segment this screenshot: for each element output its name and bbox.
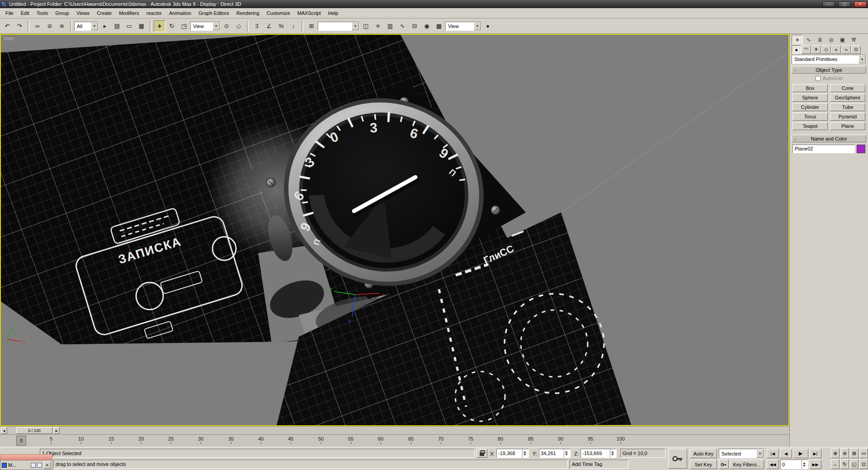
- snaps-toggle-icon[interactable]: 3: [251, 20, 263, 32]
- set-key-button[interactable]: Set Key: [690, 460, 717, 469]
- select-by-name-icon[interactable]: ▤: [111, 20, 123, 32]
- menu-file[interactable]: File: [2, 9, 17, 17]
- category-shapes-icon[interactable]: ◠: [802, 45, 811, 54]
- set-key-toggle-button[interactable]: [668, 449, 687, 469]
- tab-create-icon[interactable]: ∗: [792, 35, 803, 44]
- quick-render-icon[interactable]: ●: [482, 20, 494, 32]
- viewport-user[interactable]: User: [0, 34, 789, 426]
- category-spacewarps-icon[interactable]: ≈: [841, 45, 851, 54]
- pan-icon[interactable]: ↔: [831, 459, 840, 469]
- z-coord-field[interactable]: -153,669: [580, 449, 617, 458]
- minimize-button[interactable]: —: [822, 1, 835, 7]
- close-button[interactable]: ×: [854, 1, 867, 7]
- sphere-button[interactable]: Sphere: [793, 94, 828, 102]
- key-filters-icon-button[interactable]: [719, 460, 729, 469]
- time-slider-right-arrow[interactable]: ▸: [53, 427, 60, 434]
- zoom-all-icon[interactable]: ⊚: [840, 448, 849, 458]
- bind-to-space-warp-icon[interactable]: ≋: [56, 20, 68, 32]
- add-time-tag-field[interactable]: Add Time Tag: [570, 460, 628, 469]
- named-selection-combo[interactable]: ▾: [318, 22, 359, 31]
- select-object-icon[interactable]: ▸: [99, 20, 111, 32]
- category-cameras-icon[interactable]: ◇: [821, 45, 831, 54]
- current-frame-field[interactable]: 0: [780, 460, 808, 469]
- spinner-icon[interactable]: [522, 449, 527, 457]
- selection-filter-dropdown[interactable]: All ▾: [74, 22, 99, 31]
- menu-animation[interactable]: Animation: [165, 9, 195, 17]
- rectangular-selection-icon[interactable]: ▭: [123, 20, 135, 32]
- torus-button[interactable]: Torus: [793, 113, 828, 121]
- undo-icon[interactable]: ↶: [1, 20, 13, 32]
- frame-forward-button[interactable]: ▶▶: [809, 460, 821, 469]
- spinner-icon[interactable]: [610, 449, 615, 457]
- menu-graph-editors[interactable]: Graph Editors: [195, 9, 233, 17]
- material-editor-icon[interactable]: ◉: [421, 20, 433, 32]
- selection-lock-button[interactable]: [476, 449, 487, 458]
- go-to-end-button[interactable]: ▶|: [809, 449, 821, 458]
- object-color-swatch[interactable]: [857, 145, 865, 153]
- spinner-snap-icon[interactable]: ↕: [288, 20, 299, 32]
- object-name-field[interactable]: Plane02: [793, 145, 855, 153]
- autogrid-checkbox[interactable]: [816, 76, 821, 81]
- menu-customize[interactable]: Customize: [263, 9, 294, 17]
- document-icon[interactable]: [31, 463, 36, 468]
- box-button[interactable]: Box: [793, 84, 828, 92]
- tab-motion-icon[interactable]: ◎: [826, 35, 837, 44]
- category-geometry-icon[interactable]: ●: [792, 45, 801, 54]
- pyramid-button[interactable]: Pyramid: [830, 113, 865, 121]
- select-and-move-icon[interactable]: +: [154, 20, 165, 32]
- play-button[interactable]: ▶: [793, 449, 808, 458]
- spinner-icon[interactable]: [802, 460, 807, 469]
- rollout-name-and-color[interactable]: - Name and Color: [792, 135, 866, 142]
- menu-modifiers[interactable]: Modifiers: [115, 9, 143, 17]
- x-coord-field[interactable]: -19,368: [496, 449, 529, 458]
- selected-set-dropdown[interactable]: Selected ▾: [719, 449, 764, 458]
- tab-display-icon[interactable]: ▣: [837, 35, 848, 44]
- menu-maxscript[interactable]: MAXScript: [294, 9, 325, 17]
- rollout-object-type[interactable]: - Object Type: [792, 66, 866, 74]
- category-lights-icon[interactable]: ☀: [811, 45, 821, 54]
- overlay-mini-window[interactable]: M... ×: [0, 454, 52, 470]
- field-of-view-icon[interactable]: ◱: [850, 459, 859, 469]
- select-and-manipulate-icon[interactable]: ◇: [233, 20, 245, 32]
- key-filters-button[interactable]: Key Filters...: [730, 460, 764, 469]
- previous-frame-button[interactable]: ◀: [780, 449, 792, 458]
- menu-rendering[interactable]: Rendering: [233, 9, 263, 17]
- mirror-icon[interactable]: ◫: [360, 20, 372, 32]
- menu-create[interactable]: Create: [93, 9, 115, 17]
- maximize-button[interactable]: ▢: [838, 1, 851, 7]
- document-icon[interactable]: [37, 463, 42, 468]
- menu-tools[interactable]: Tools: [33, 9, 52, 17]
- zoom-extents-icon[interactable]: ⊞: [850, 448, 859, 458]
- layer-manager-icon[interactable]: ▥: [384, 20, 396, 32]
- schematic-view-icon[interactable]: ⊟: [409, 20, 420, 32]
- category-helpers-icon[interactable]: +: [831, 45, 841, 54]
- viewport-3d-scene[interactable]: ГлиСС ЗАПИСКА: [1, 35, 788, 425]
- reference-coordinate-dropdown[interactable]: View ▾: [190, 22, 220, 31]
- cone-button[interactable]: Cone: [830, 84, 865, 92]
- frame-back-button[interactable]: ◀◀: [767, 460, 779, 469]
- auto-key-button[interactable]: Auto Key: [690, 449, 717, 458]
- tube-button[interactable]: Tube: [830, 103, 865, 111]
- unlink-selection-icon[interactable]: ⊘: [44, 20, 56, 32]
- go-to-start-button[interactable]: |◀: [767, 449, 779, 458]
- redo-icon[interactable]: ↷: [14, 20, 25, 32]
- angle-snap-icon[interactable]: ∠: [263, 20, 275, 32]
- plane-button[interactable]: Plane: [830, 122, 865, 130]
- menu-group[interactable]: Group: [52, 9, 73, 17]
- render-setup-icon[interactable]: ▩: [433, 20, 445, 32]
- select-and-scale-icon[interactable]: ◳: [178, 20, 190, 32]
- zoom-icon[interactable]: ⊕: [831, 448, 840, 458]
- window-crossing-icon[interactable]: ▦: [136, 20, 147, 32]
- current-frame-marker[interactable]: 0: [16, 436, 26, 446]
- menu-reactor[interactable]: reactor: [143, 9, 165, 17]
- teapot-button[interactable]: Teapot: [793, 122, 828, 130]
- spinner-icon[interactable]: [564, 449, 569, 457]
- maximize-viewport-icon[interactable]: ⊡: [859, 459, 868, 469]
- use-pivot-center-icon[interactable]: ⊙: [221, 20, 232, 32]
- curve-editor-icon[interactable]: ∿: [396, 20, 408, 32]
- tab-utilities-icon[interactable]: ⚒: [848, 35, 859, 44]
- select-and-rotate-icon[interactable]: ↻: [166, 20, 178, 32]
- tab-hierarchy-icon[interactable]: ≣: [814, 35, 826, 44]
- select-and-link-icon[interactable]: ∞: [32, 20, 43, 32]
- time-slider-left-arrow[interactable]: ◂: [1, 427, 7, 434]
